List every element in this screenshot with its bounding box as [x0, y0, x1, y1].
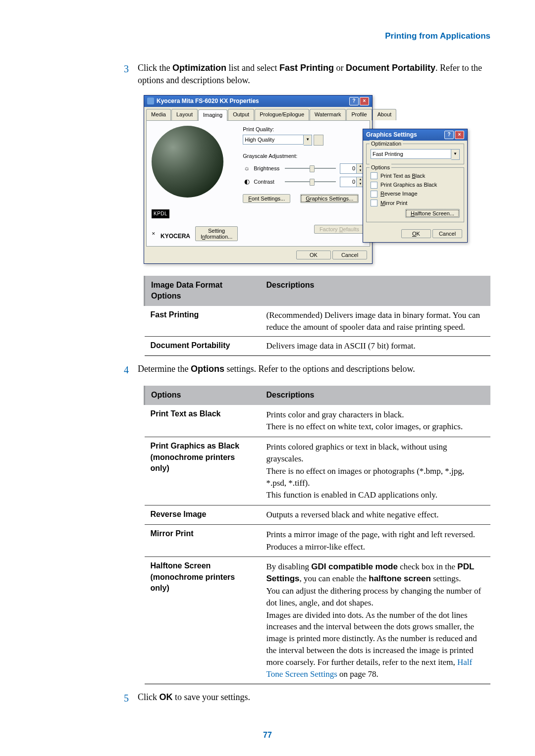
td-halftone: Halftone Screen (monochrome printers onl…	[145, 557, 261, 684]
contrast-value[interactable]	[340, 177, 357, 187]
td-mirror: Mirror Print	[145, 524, 261, 557]
cancel-button[interactable]: Cancel	[432, 229, 462, 238]
tab-imaging[interactable]: Imaging	[198, 109, 227, 121]
options-table: OptionsDescriptions Print Text as BlackP…	[144, 386, 490, 684]
checkbox[interactable]	[371, 172, 377, 179]
td-mirror-desc: Prints a mirror image of the page, with …	[261, 524, 491, 557]
td-print-graphics-desc: Prints colored graphics or text in black…	[261, 437, 491, 505]
checkbox[interactable]	[371, 191, 377, 198]
th-options: Image Data Format Options	[145, 276, 261, 306]
setting-information-button[interactable]: Setting Information...	[195, 226, 238, 241]
td-doc-portability: Document Portability	[145, 337, 261, 356]
contrast-label: Contrast	[254, 178, 281, 186]
brightness-value[interactable]	[340, 163, 357, 174]
tab-watermark[interactable]: Watermark	[310, 109, 346, 120]
optimization-select[interactable]	[371, 149, 451, 159]
graphics-settings-button[interactable]: Graphics Settings...	[300, 194, 359, 203]
td-reverse-desc: Outputs a reversed black and white negat…	[261, 505, 491, 525]
titlebar: Kyocera Mita FS-6020 KX Properties ? ×	[144, 96, 372, 107]
tab-output[interactable]: Output	[228, 109, 254, 120]
print-quality-label: Print Quality:	[243, 126, 365, 133]
section-title: Printing from Applications	[385, 31, 490, 41]
print-graphics-black-label: Print Graphics as Black	[380, 181, 437, 189]
halftone-screen-button[interactable]: Halftone Screen...	[405, 209, 460, 218]
brand-logo: KYOCERA	[160, 232, 190, 241]
td-print-text-desc: Prints color and gray characters in blac…	[261, 405, 491, 437]
preview-image	[152, 126, 223, 198]
dialog-title: Kyocera Mita FS-6020 KX Properties	[157, 97, 259, 105]
factory-defaults-button: Factory Defaults	[314, 225, 365, 234]
quality-options-button[interactable]	[314, 135, 323, 146]
step-number-3: 3	[124, 62, 138, 87]
tab-media[interactable]: Media	[146, 109, 171, 120]
app-icon	[147, 98, 154, 104]
help-icon[interactable]: ?	[444, 131, 454, 139]
ok-button[interactable]: OK	[296, 251, 331, 259]
dropdown-icon[interactable]: ▼	[304, 135, 312, 146]
graphics-settings-dialog: Graphics Settings ? × Optimization ▼ Opt…	[363, 129, 468, 243]
help-icon[interactable]: ?	[349, 97, 359, 105]
optimization-legend: Optimization	[370, 140, 403, 148]
contrast-slider[interactable]	[285, 181, 336, 182]
td-doc-desc: Delivers image data in ASCII (7 bit) for…	[261, 337, 491, 356]
tab-prologue[interactable]: Prologue/Epilogue	[255, 109, 309, 120]
graphics-dialog-title: Graphics Settings	[366, 131, 417, 139]
options-legend: Options	[370, 164, 391, 171]
td-print-text: Print Text as Black	[145, 405, 261, 437]
td-fast-printing: Fast Printing	[145, 306, 261, 337]
step-number-5: 5	[124, 691, 138, 705]
page-number: 77	[45, 730, 490, 741]
reverse-image-label: Reverse Image	[380, 190, 418, 198]
td-print-graphics: Print Graphics as Black (monochrome prin…	[145, 437, 261, 505]
properties-dialog: Kyocera Mita FS-6020 KX Properties ? × M…	[144, 95, 373, 264]
font-settings-button[interactable]: Font Settings...	[243, 194, 290, 203]
step-3-text: Click the Optimization list and select F…	[138, 62, 490, 87]
close-icon[interactable]: ×	[360, 97, 369, 105]
brightness-label: Brightness	[254, 165, 281, 172]
tab-strip: Media Layout Imaging Output Prologue/Epi…	[144, 107, 372, 120]
page-header: Printing from Applications	[45, 30, 490, 42]
grayscale-label: Grayscale Adjustment:	[243, 152, 365, 160]
cancel-button[interactable]: Cancel	[332, 251, 367, 259]
checkbox[interactable]	[371, 182, 377, 189]
ok-button[interactable]: OK	[401, 229, 431, 238]
print-text-black-label: Print Text as Black	[380, 172, 425, 180]
th-descriptions: Descriptions	[261, 276, 491, 306]
td-reverse: Reverse Image	[145, 505, 261, 525]
dropdown-icon[interactable]: ▼	[451, 149, 460, 160]
brightness-slider[interactable]	[285, 168, 336, 169]
tab-about[interactable]: About	[373, 109, 397, 120]
step-number-4: 4	[124, 363, 138, 377]
mirror-print-label: Mirror Print	[380, 200, 407, 207]
checkbox[interactable]	[371, 200, 377, 206]
kpdl-label: KPDL	[152, 209, 169, 218]
td-halftone-desc: By disabling GDI compatible mode check b…	[261, 557, 491, 684]
contrast-icon: ◐	[243, 178, 251, 186]
tab-profile[interactable]: Profile	[346, 109, 372, 120]
th-options: Options	[145, 386, 261, 404]
print-quality-select[interactable]	[243, 135, 304, 145]
close-icon[interactable]: ×	[455, 131, 464, 139]
step-4-text: Determine the Options settings. Refer to…	[138, 363, 490, 377]
th-descriptions: Descriptions	[261, 386, 491, 404]
td-fast-desc: (Recommended) Delivers image data in bin…	[261, 306, 491, 337]
step-5-text: Click OK to save your settings.	[138, 691, 490, 705]
tab-layout[interactable]: Layout	[171, 109, 198, 120]
image-data-format-table: Image Data Format OptionsDescriptions Fa…	[144, 276, 490, 356]
brightness-icon: ☼	[243, 164, 251, 172]
